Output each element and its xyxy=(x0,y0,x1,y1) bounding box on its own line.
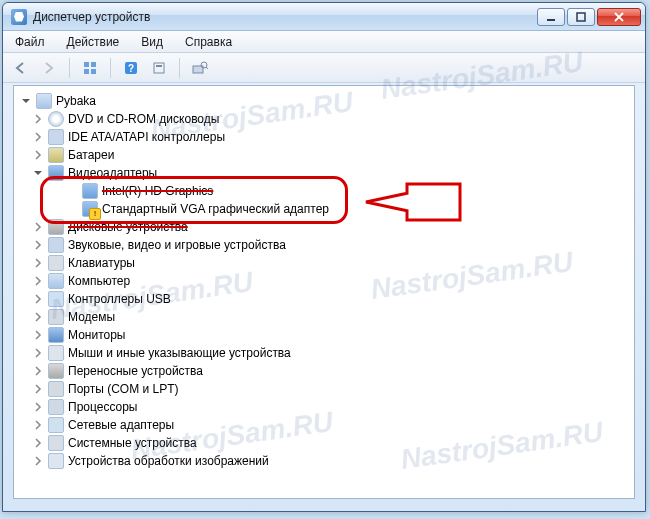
computer-icon xyxy=(36,93,52,109)
tree-node-label: Компьютер xyxy=(68,272,130,290)
cpu-icon xyxy=(48,399,64,415)
toolbar-separator xyxy=(179,58,180,78)
tree-child-node[interactable]: Стандартный VGA графический адаптер xyxy=(18,200,630,218)
tree-node-label: Мыши и иные указывающие устройства xyxy=(68,344,291,362)
tree-node[interactable]: Контроллеры USB xyxy=(18,290,630,308)
tree-node[interactable]: Сетевые адаптеры xyxy=(18,416,630,434)
chevron-right-icon[interactable] xyxy=(32,401,44,413)
tree-node[interactable]: Процессоры xyxy=(18,398,630,416)
tree-node[interactable]: IDE ATA/ATAPI контроллеры xyxy=(18,128,630,146)
tree-node[interactable]: Системные устройства xyxy=(18,434,630,452)
properties-icon xyxy=(152,61,166,75)
tree-child-node[interactable]: Intel(R) HD Graphics xyxy=(18,182,630,200)
computer-icon xyxy=(48,273,64,289)
tree-node[interactable]: Компьютер xyxy=(18,272,630,290)
chevron-right-icon[interactable] xyxy=(32,131,44,143)
usb-icon xyxy=(48,291,64,307)
svg-rect-3 xyxy=(91,62,96,67)
chevron-right-icon[interactable] xyxy=(32,239,44,251)
chevron-right-icon[interactable] xyxy=(32,293,44,305)
minimize-icon xyxy=(546,12,556,22)
minimize-button[interactable] xyxy=(537,8,565,26)
close-icon xyxy=(613,12,625,22)
chevron-right-icon[interactable] xyxy=(32,149,44,161)
help-icon: ? xyxy=(124,61,138,75)
port-icon xyxy=(48,381,64,397)
chevron-right-icon[interactable] xyxy=(32,437,44,449)
toolbar-separator xyxy=(110,58,111,78)
chevron-right-icon[interactable] xyxy=(32,329,44,341)
tree-node[interactable]: Устройства обработки изображений xyxy=(18,452,630,470)
display-icon xyxy=(82,183,98,199)
chevron-right-icon[interactable] xyxy=(32,257,44,269)
tree-node-label: IDE ATA/ATAPI контроллеры xyxy=(68,128,225,146)
tree-node-label: Видеоадаптеры xyxy=(68,164,157,182)
chevron-right-icon[interactable] xyxy=(32,311,44,323)
sys-icon xyxy=(48,435,64,451)
tree-node-label: Процессоры xyxy=(68,398,138,416)
monitor-icon xyxy=(48,327,64,343)
battery-icon xyxy=(48,147,64,163)
maximize-button[interactable] xyxy=(567,8,595,26)
tree-node[interactable]: Мониторы xyxy=(18,326,630,344)
tree-node-label: Переносные устройства xyxy=(68,362,203,380)
maximize-icon xyxy=(576,12,586,22)
nav-back-button[interactable] xyxy=(9,57,33,79)
tree-node[interactable]: Клавиатуры xyxy=(18,254,630,272)
chevron-down-icon[interactable] xyxy=(20,95,32,107)
nav-forward-button[interactable] xyxy=(37,57,61,79)
chevron-right-icon[interactable] xyxy=(32,365,44,377)
tree-node-label: Стандартный VGA графический адаптер xyxy=(102,200,329,218)
tree-node[interactable]: Порты (COM и LPT) xyxy=(18,380,630,398)
chevron-right-icon[interactable] xyxy=(32,347,44,359)
chevron-right-icon[interactable] xyxy=(32,275,44,287)
tree-node-label: Модемы xyxy=(68,308,115,326)
close-button[interactable] xyxy=(597,8,641,26)
tree-node[interactable]: Переносные устройства xyxy=(18,362,630,380)
monitor-icon xyxy=(48,165,64,181)
chevron-down-icon[interactable] xyxy=(32,167,44,179)
tree-node-label: Pybaka xyxy=(56,92,96,110)
svg-rect-0 xyxy=(547,19,555,21)
show-hidden-button[interactable] xyxy=(78,57,102,79)
chevron-right-icon[interactable] xyxy=(32,113,44,125)
menu-view[interactable]: Вид xyxy=(137,33,167,51)
menubar: Файл Действие Вид Справка xyxy=(3,31,645,53)
chevron-right-icon[interactable] xyxy=(32,419,44,431)
scan-icon xyxy=(192,61,208,75)
svg-rect-4 xyxy=(84,69,89,74)
display-icon xyxy=(82,201,98,217)
help-button[interactable]: ? xyxy=(119,57,143,79)
svg-rect-1 xyxy=(577,13,585,21)
svg-rect-9 xyxy=(156,65,162,67)
tree-panel: PybakaDVD и CD-ROM дисководыIDE ATA/ATAP… xyxy=(13,85,635,499)
device-tree[interactable]: PybakaDVD и CD-ROM дисководыIDE ATA/ATAP… xyxy=(14,86,634,476)
tree-node[interactable]: Мыши и иные указывающие устройства xyxy=(18,344,630,362)
chevron-right-icon[interactable] xyxy=(32,221,44,233)
arrow-left-icon xyxy=(14,62,28,74)
scan-hardware-button[interactable] xyxy=(188,57,212,79)
tree-node[interactable]: Звуковые, видео и игровые устройства xyxy=(18,236,630,254)
tree-node[interactable]: DVD и CD-ROM дисководы xyxy=(18,110,630,128)
tree-node[interactable]: Видеоадаптеры xyxy=(18,164,630,182)
tree-node-label: Клавиатуры xyxy=(68,254,135,272)
tree-node[interactable]: Батареи xyxy=(18,146,630,164)
tree-root-node[interactable]: Pybaka xyxy=(18,92,630,110)
tree-node-label: Устройства обработки изображений xyxy=(68,452,269,470)
drive-icon xyxy=(48,363,64,379)
tree-node[interactable]: Дисковые устройства xyxy=(18,218,630,236)
chip-icon xyxy=(48,129,64,145)
tree-node-label: Порты (COM и LPT) xyxy=(68,380,179,398)
menu-help[interactable]: Справка xyxy=(181,33,236,51)
tree-node-label: Батареи xyxy=(68,146,114,164)
chevron-right-icon[interactable] xyxy=(32,455,44,467)
tree-node[interactable]: Модемы xyxy=(18,308,630,326)
menu-file[interactable]: Файл xyxy=(11,33,49,51)
chevron-right-icon[interactable] xyxy=(32,383,44,395)
menu-action[interactable]: Действие xyxy=(63,33,124,51)
arrow-right-icon xyxy=(42,62,56,74)
properties-button[interactable] xyxy=(147,57,171,79)
grid-icon xyxy=(83,61,97,75)
tree-node-label: Дисковые устройства xyxy=(68,218,188,236)
titlebar[interactable]: Диспетчер устройств xyxy=(3,3,645,31)
